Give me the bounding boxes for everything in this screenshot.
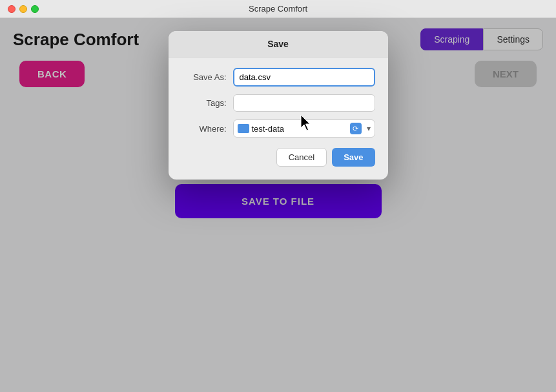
minimize-button[interactable] — [19, 5, 27, 13]
modal-overlay: Save Save As: Tags: Where: tes — [0, 18, 556, 392]
save-as-label: Save As: — [181, 72, 227, 82]
tags-input[interactable] — [233, 94, 375, 112]
folder-select[interactable]: test-data ⟳ ▾ — [233, 119, 375, 138]
modal-footer: Cancel Save — [181, 148, 375, 167]
title-bar: Scrape Comfort — [0, 0, 556, 18]
sync-icon: ⟳ — [350, 123, 362, 134]
app-area: Scrape Comfort Scraping Settings BACK NE… — [0, 18, 556, 392]
traffic-lights — [8, 5, 39, 13]
close-button[interactable] — [8, 5, 15, 13]
cancel-button[interactable]: Cancel — [276, 148, 327, 167]
save-as-input[interactable] — [233, 68, 375, 87]
modal-body: Save As: Tags: Where: test-data ⟳ ▾ — [169, 57, 388, 180]
folder-icon — [238, 124, 249, 133]
where-row: Where: test-data ⟳ ▾ — [181, 119, 375, 138]
window-title: Scrape Comfort — [249, 4, 307, 14]
maximize-button[interactable] — [31, 5, 39, 13]
modal-save-button[interactable]: Save — [332, 148, 375, 167]
save-modal: Save Save As: Tags: Where: tes — [169, 31, 388, 180]
folder-name: test-data — [252, 124, 345, 134]
save-as-row: Save As: — [181, 68, 375, 87]
tags-row: Tags: — [181, 94, 375, 112]
tags-label: Tags: — [181, 98, 227, 108]
modal-title: Save — [169, 31, 388, 57]
where-label: Where: — [181, 124, 227, 134]
chevron-down-icon: ▾ — [367, 124, 371, 133]
